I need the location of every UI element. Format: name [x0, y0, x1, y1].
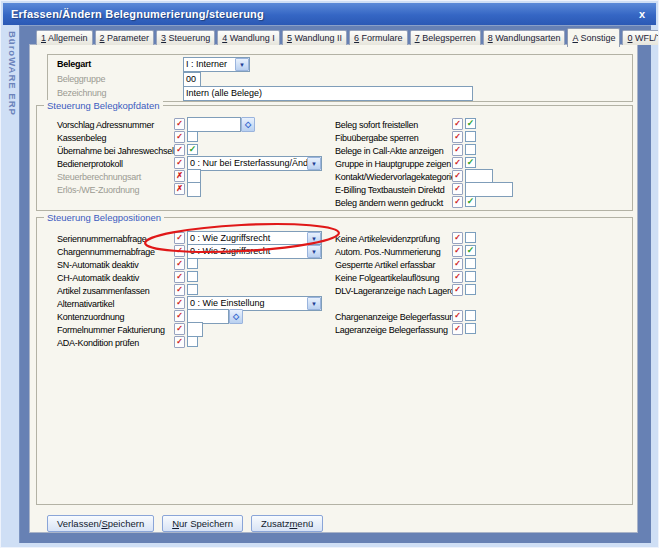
tab-3-steuerung[interactable]: 3 Steuerung: [156, 30, 215, 45]
red-check-icon[interactable]: ✓: [452, 157, 463, 169]
red-check-icon[interactable]: ✓: [452, 284, 463, 296]
red-check-icon[interactable]: ✓: [452, 144, 463, 156]
fibuübergabe-sperren-label: Fibuübergabe sperren: [335, 133, 419, 143]
titlebar: Erfassen/Ändern Belegnumerierung/steueru…: [3, 3, 656, 25]
red-check-icon[interactable]: ✓: [452, 170, 463, 182]
gesperrte-artikel-erfassbar-checkbox[interactable]: [465, 258, 476, 269]
belegpositionen-right-column: Keine Artikelevidenzprüfung✓Autom. Pos.-…: [335, 232, 625, 336]
red-check-icon[interactable]: ✓: [174, 271, 185, 283]
spacer-row: [335, 297, 625, 310]
red-cross-icon[interactable]: ✗: [174, 170, 185, 182]
belege-in-call-akte-anzeigen-label: Belege in Call-Akte anzeigen: [335, 146, 444, 156]
red-check-icon[interactable]: ✓: [452, 183, 463, 195]
nur-speichern-button[interactable]: Nur Speichern: [162, 515, 243, 532]
red-check-icon[interactable]: ✓: [452, 245, 463, 257]
red-check-icon[interactable]: ✓: [174, 232, 185, 244]
red-check-icon[interactable]: ✓: [174, 336, 185, 348]
red-check-icon[interactable]: ✓: [452, 271, 463, 283]
tab-bar: 1 Allgemein2 Parameter3 Steuerung4 Wandl…: [36, 28, 659, 45]
dropdown-arrow-icon[interactable]: ▼: [307, 245, 321, 258]
tab-8-wandlungsarten[interactable]: 8 Wandlungsarten: [483, 30, 566, 45]
red-check-icon[interactable]: ✓: [174, 310, 185, 322]
field-row-gesperrte-artikel-erfassbar: Gesperrte Artikel erfassbar✓: [335, 258, 625, 271]
chargenanzeige-belegerfassung-label: Chargenanzeige Belegerfassung: [335, 312, 459, 322]
ch-automatik-deaktiv-checkbox[interactable]: [187, 271, 198, 282]
red-check-icon[interactable]: ✓: [452, 323, 463, 335]
beleg-ändern-wenn-gedruckt-label: Beleg ändern wenn gedruckt: [335, 198, 443, 208]
diamond-icon[interactable]: ◇: [241, 117, 255, 132]
diamond-icon[interactable]: ◇: [229, 309, 243, 324]
chargennummernabfrage-value: 0 : Wie Zugriffsrecht: [188, 245, 307, 258]
dropdown-arrow-icon[interactable]: ▼: [235, 58, 249, 71]
red-check-icon[interactable]: ✓: [174, 258, 185, 270]
alternativartikel-label: Alternativartikel: [57, 299, 114, 309]
chargennummernabfrage-select[interactable]: 0 : Wie Zugriffsrecht▼: [187, 244, 322, 259]
beleg-ändern-wenn-gedruckt-checkbox[interactable]: ✓: [465, 196, 476, 207]
ada-kondition-prüfen-checkbox[interactable]: [187, 336, 198, 347]
belege-in-call-akte-anzeigen-checkbox[interactable]: [465, 144, 476, 155]
red-check-icon[interactable]: ✓: [452, 232, 463, 244]
erlös-we-zuordnung-input[interactable]: [187, 182, 201, 197]
sn-automatik-deaktiv-checkbox[interactable]: [187, 258, 198, 269]
field-row-chargenanzeige-belegerfassung: Chargenanzeige Belegerfassung✓: [335, 310, 625, 323]
ada-kondition-prüfen-label: ADA-Kondition prüfen: [57, 338, 139, 348]
red-check-icon[interactable]: ✓: [452, 258, 463, 270]
keine-folgeartikelauflösung-label: Keine Folgeartikelauflösung: [335, 273, 439, 283]
lageranzeige-belegerfassung-checkbox[interactable]: [465, 323, 476, 334]
beleggruppe-input[interactable]: 00: [183, 72, 201, 87]
tab-6-formulare[interactable]: 6 Formulare: [349, 30, 408, 45]
bezeichnung-input[interactable]: Intern (alle Belege): [183, 86, 473, 101]
red-check-icon[interactable]: ✓: [452, 118, 463, 130]
red-check-icon[interactable]: ✓: [452, 196, 463, 208]
keine-folgeartikelauflösung-checkbox[interactable]: [465, 271, 476, 282]
dropdown-arrow-icon[interactable]: ▼: [307, 297, 321, 310]
brand-vertical-label: BüroWARE ERP: [4, 31, 18, 116]
chargenanzeige-belegerfassung-checkbox[interactable]: [465, 310, 476, 321]
tab-0-wfl-tb[interactable]: 0 WFL/TB: [622, 30, 659, 45]
übernahme-bei-jahreswechsel-checkbox[interactable]: ✓: [187, 144, 198, 155]
red-check-icon[interactable]: ✓: [174, 157, 185, 169]
red-check-icon[interactable]: ✓: [174, 144, 185, 156]
kontakt-wiedervorlagekategorie-label: Kontakt/Wiedervorlagekategorie: [335, 172, 456, 182]
belegkopfdaten-right-column: Beleg sofort freistellen✓✓Fibuübergabe s…: [335, 118, 625, 209]
groupbox-belegpositionen-title: Steuerung Belegpositionen: [44, 212, 164, 223]
keine-artikelevidenzprüfung-checkbox[interactable]: [465, 232, 476, 243]
kassenbeleg-label: Kassenbeleg: [57, 133, 106, 143]
dlv-lageranzeige-nach-lagerort-checkbox[interactable]: [465, 284, 476, 295]
red-check-icon[interactable]: ✓: [174, 323, 185, 335]
tab-2-parameter[interactable]: 2 Parameter: [95, 30, 155, 45]
field-row-erlös-we-zuordnung: Erlös-/WE-Zuordnung✗: [57, 183, 327, 196]
belegart-select[interactable]: I : Interner ▼: [183, 57, 250, 72]
artikel-zusammenfassen-checkbox[interactable]: [187, 284, 198, 295]
red-check-icon[interactable]: ✓: [174, 284, 185, 296]
gruppe-in-hauptgruppe-zeigen-checkbox[interactable]: ✓: [465, 157, 476, 168]
tab-5-wandlung-ii[interactable]: 5 Wandlung II: [282, 30, 347, 45]
tab-4-wandlung-i[interactable]: 4 Wandlung I: [217, 30, 280, 45]
tab-a-sonstige[interactable]: A Sonstige: [567, 28, 620, 47]
bezeichnung-label: Bezeichnung: [57, 88, 106, 98]
dlv-lageranzeige-nach-lagerort-label: DLV-Lageranzeige nach Lagerort: [335, 286, 459, 296]
beleg-sofort-freistellen-checkbox[interactable]: ✓: [465, 118, 476, 129]
zusatzmenü-button[interactable]: Zusatzmenü: [251, 515, 323, 532]
autom-pos-nummerierung-label: Autom. Pos.-Nummerierung: [335, 247, 441, 257]
dropdown-arrow-icon[interactable]: ▼: [307, 157, 321, 170]
red-check-icon[interactable]: ✓: [452, 310, 463, 322]
red-check-icon[interactable]: ✓: [174, 297, 185, 309]
fibuübergabe-sperren-checkbox[interactable]: [465, 131, 476, 142]
autom-pos-nummerierung-checkbox[interactable]: ✓: [465, 245, 476, 256]
field-row-fibuübergabe-sperren: Fibuübergabe sperren✓: [335, 131, 625, 144]
kassenbeleg-checkbox[interactable]: [187, 131, 198, 142]
red-cross-icon[interactable]: ✗: [174, 183, 185, 195]
red-check-icon[interactable]: ✓: [174, 131, 185, 143]
beleg-sofort-freistellen-label: Beleg sofort freistellen: [335, 120, 418, 130]
red-check-icon[interactable]: ✓: [174, 118, 185, 130]
tab-7-belegsperren[interactable]: 7 Belegsperren: [410, 30, 481, 45]
verlassen-speichern-button[interactable]: Verlassen/Speichern: [47, 515, 154, 532]
red-check-icon[interactable]: ✓: [174, 245, 185, 257]
close-icon[interactable]: x: [636, 8, 648, 20]
red-check-icon[interactable]: ✓: [452, 131, 463, 143]
lageranzeige-belegerfassung-label: Lageranzeige Belegerfassung: [335, 325, 448, 335]
chargennummernabfrage-label: Chargennummernabfrage: [57, 247, 155, 257]
tab-1-allgemein[interactable]: 1 Allgemein: [36, 30, 93, 45]
bedienerprotokoll-select[interactable]: 0 : Nur bei Ersterfassung/Änderung▼: [187, 156, 322, 171]
